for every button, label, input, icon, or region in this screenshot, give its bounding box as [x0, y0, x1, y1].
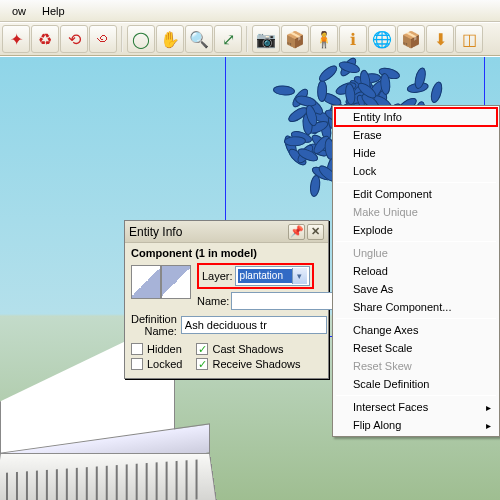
menu-entity-info[interactable]: Entity Info — [335, 108, 497, 126]
cast-shadows-checkbox[interactable]: ✓Cast Shadows — [196, 343, 300, 355]
definition-label: Definition Name: — [131, 313, 181, 337]
close-icon[interactable]: ✕ — [307, 224, 324, 240]
menu-unglue: Unglue — [335, 244, 497, 262]
menu-reload[interactable]: Reload — [335, 262, 497, 280]
person-icon[interactable]: 🧍 — [310, 25, 338, 53]
menu-separator — [336, 182, 496, 183]
outliner-icon[interactable]: ◫ — [455, 25, 483, 53]
pin-icon[interactable]: 📌 — [288, 224, 305, 240]
menu-make-unique: Make Unique — [335, 203, 497, 221]
menu-reset-skew: Reset Skew — [335, 357, 497, 375]
chevron-down-icon[interactable]: ▾ — [292, 268, 307, 284]
toolbar: ✦ ♻ ⟲ ꩜ ◯ ✋ 🔍 ⤢ 📷 📦 🧍 ℹ 🌐 📦 ⬇ ◫ — [0, 22, 500, 56]
rotate-icon[interactable]: ⟲ — [60, 25, 88, 53]
red-star-icon[interactable]: ✦ — [2, 25, 30, 53]
menu-explode[interactable]: Explode — [335, 221, 497, 239]
spiral-icon[interactable]: ꩜ — [89, 25, 117, 53]
menu-separator — [336, 395, 496, 396]
menu-separator — [336, 241, 496, 242]
definition-field[interactable] — [181, 316, 327, 334]
layer-label: Layer: — [200, 270, 235, 282]
menu-bar: ow Help — [0, 0, 500, 22]
dialog-titlebar[interactable]: Entity Info 📌 ✕ — [125, 221, 328, 243]
pan-icon[interactable]: ✋ — [156, 25, 184, 53]
info-icon[interactable]: ℹ — [339, 25, 367, 53]
zoom-icon[interactable]: 🔍 — [185, 25, 213, 53]
entity-info-dialog: Entity Info 📌 ✕ Component (1 in model) L… — [124, 220, 329, 379]
menu-reset-scale[interactable]: Reset Scale — [335, 339, 497, 357]
component-icon[interactable]: 📦 — [281, 25, 309, 53]
menu-scale-definition[interactable]: Scale Definition — [335, 375, 497, 393]
menu-erase[interactable]: Erase — [335, 126, 497, 144]
locked-checkbox[interactable]: Locked — [131, 358, 182, 370]
download-icon[interactable]: ⬇ — [426, 25, 454, 53]
menu-window-partial[interactable]: ow — [4, 3, 34, 19]
material-swatches[interactable] — [131, 265, 191, 309]
menu-hide[interactable]: Hide — [335, 144, 497, 162]
menu-help[interactable]: Help — [34, 3, 73, 19]
menu-share-component[interactable]: Share Component... — [335, 298, 497, 316]
menu-save-as[interactable]: Save As — [335, 280, 497, 298]
get-models-icon[interactable]: 📦 — [397, 25, 425, 53]
toolbar-separator — [246, 26, 248, 52]
toolbar-separator — [121, 26, 123, 52]
zoom-extents-icon[interactable]: ⤢ — [214, 25, 242, 53]
menu-separator — [336, 318, 496, 319]
menu-intersect-faces[interactable]: Intersect Faces — [335, 398, 497, 416]
name-label: Name: — [197, 295, 231, 307]
dialog-title: Entity Info — [129, 225, 286, 239]
menu-lock[interactable]: Lock — [335, 162, 497, 180]
receive-shadows-checkbox[interactable]: ✓Receive Shadows — [196, 358, 300, 370]
warehouse-icon[interactable]: 🌐 — [368, 25, 396, 53]
menu-flip-along[interactable]: Flip Along — [335, 416, 497, 434]
menu-change-axes[interactable]: Change Axes — [335, 321, 497, 339]
layer-value: plantation — [238, 269, 292, 283]
orbit-icon[interactable]: ◯ — [127, 25, 155, 53]
context-menu: Entity Info Erase Hide Lock Edit Compone… — [332, 105, 500, 437]
menu-edit-component[interactable]: Edit Component — [335, 185, 497, 203]
camera-icon[interactable]: 📷 — [252, 25, 280, 53]
layer-select[interactable]: plantation ▾ — [235, 266, 310, 286]
hidden-checkbox[interactable]: Hidden — [131, 343, 182, 355]
component-header: Component (1 in model) — [131, 247, 322, 259]
swirl-icon[interactable]: ♻ — [31, 25, 59, 53]
